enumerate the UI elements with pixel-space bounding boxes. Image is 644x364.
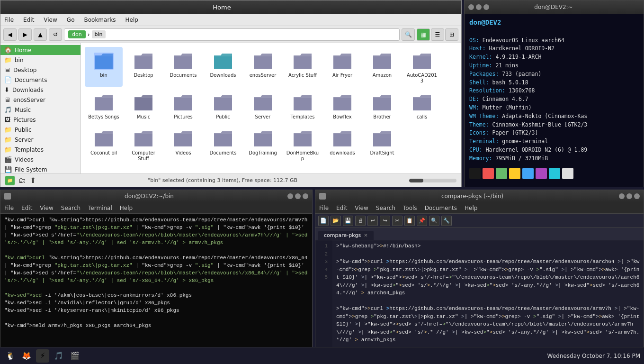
- si-minimize[interactable]: [468, 4, 474, 10]
- ed-menu-documents[interactable]: Documents: [425, 205, 457, 211]
- reload-button[interactable]: ↺: [49, 28, 62, 41]
- fm-item-air-fryer[interactable]: Air Fryer: [323, 47, 361, 87]
- term-menu-view[interactable]: View: [40, 205, 53, 211]
- fm-menu-help[interactable]: Help: [124, 16, 140, 24]
- breadcrumb-home[interactable]: don: [68, 30, 86, 38]
- fm-item-donhomebku-p[interactable]: DonHomeBku p: [284, 125, 322, 164]
- ed-new-btn[interactable]: 📄: [318, 216, 329, 226]
- taskbar-app-video[interactable]: 🎬: [68, 349, 81, 363]
- term-menu-terminal[interactable]: Terminal: [88, 205, 112, 211]
- ed-minimize[interactable]: [619, 193, 625, 199]
- grid-view-button[interactable]: ▦: [417, 28, 430, 41]
- fm-item-dogtraining[interactable]: DogTraining: [244, 125, 282, 164]
- ed-save-btn[interactable]: 💾: [343, 216, 353, 226]
- si-maximize[interactable]: [476, 4, 482, 10]
- fm-item-bettys-songs[interactable]: Bettys Songs: [85, 89, 123, 123]
- fm-item-music[interactable]: Music: [125, 89, 162, 123]
- ed-cut-btn[interactable]: ✂: [392, 216, 402, 226]
- fm-item-desktop[interactable]: Desktop: [125, 47, 162, 87]
- sidebar-item-documents[interactable]: 📄 Documents: [0, 75, 80, 85]
- ed-menu-help[interactable]: Help: [465, 205, 477, 211]
- sidebar-item-pictures[interactable]: 🖼 Pictures: [0, 115, 80, 125]
- sidebar-item-videos[interactable]: 🎬 Videos: [0, 155, 80, 164]
- fm-menu-file[interactable]: File: [2, 16, 16, 24]
- term-left-close[interactable]: [303, 193, 308, 199]
- fm-item-documents[interactable]: Documents: [204, 125, 242, 164]
- fm-menu-go[interactable]: Go: [65, 16, 77, 24]
- ed-menu-edit[interactable]: Edit: [336, 205, 347, 211]
- folder-icon: [212, 50, 234, 73]
- sidebar-item-music[interactable]: 🎵 Music: [0, 105, 80, 115]
- fm-item-pictures[interactable]: Pictures: [164, 89, 202, 123]
- term-menu-file[interactable]: File: [4, 205, 14, 211]
- ed-menu-search[interactable]: Search: [376, 205, 395, 211]
- fm-item-enosserver[interactable]: enosServer: [244, 47, 282, 87]
- ed-tools-btn[interactable]: 🔧: [441, 216, 452, 226]
- term-left-minimize[interactable]: [287, 193, 293, 199]
- fm-item-brother[interactable]: Brother: [363, 89, 401, 123]
- ed-tab-close[interactable]: ✕: [364, 233, 367, 238]
- fm-item-coconut-oil[interactable]: Coconut oil: [85, 125, 123, 164]
- fm-item-templates[interactable]: Templates: [284, 89, 322, 123]
- ed-maximize[interactable]: [626, 193, 632, 199]
- term-left-body[interactable]: "kw-cmd">curl "kw-string">https://github…: [0, 214, 312, 353]
- ed-search-btn[interactable]: 🔍: [429, 216, 439, 226]
- ed-code-area[interactable]: >"kw-shebang">>#!/bin/bash> >"kw-cmd">>c…: [332, 240, 644, 353]
- ed-open-btn[interactable]: 📂: [331, 216, 341, 226]
- breadcrumb-bin[interactable]: bin: [92, 30, 106, 38]
- fm-item-computer-stuff[interactable]: Computer Stuff: [125, 125, 162, 164]
- ed-copy-btn[interactable]: 📋: [404, 216, 415, 226]
- fm-item-bowflex[interactable]: Bowflex: [323, 89, 361, 123]
- sidebar-item-desktop[interactable]: 🖥 Desktop: [0, 65, 80, 75]
- term-left-maximize[interactable]: [295, 193, 301, 199]
- ed-menu-tools[interactable]: Tools: [403, 205, 417, 211]
- sidebar-item-home[interactable]: 🏠 Home: [0, 45, 80, 55]
- taskbar-app-terminal[interactable]: ⚡: [36, 349, 49, 363]
- fm-item-calls[interactable]: calls: [403, 89, 441, 123]
- fm-item-bin[interactable]: bin: [85, 47, 123, 87]
- term-menu-edit[interactable]: Edit: [21, 205, 32, 211]
- fm-item-server[interactable]: Server: [244, 89, 282, 123]
- compact-view-button[interactable]: ⊞: [445, 28, 458, 41]
- si-close[interactable]: [483, 4, 489, 10]
- ed-print-btn[interactable]: 🖨: [355, 216, 366, 226]
- sidebar-item-downloads[interactable]: ⬇ Downloads: [0, 85, 80, 95]
- fm-item-acrylic-stuff[interactable]: Acrylic Stuff: [284, 47, 322, 87]
- ed-menu-view[interactable]: View: [355, 205, 368, 211]
- folder-label: enosServer: [250, 73, 277, 78]
- fm-item-public[interactable]: Public: [204, 89, 242, 123]
- ed-close[interactable]: [634, 193, 640, 199]
- sidebar-item-enosserver[interactable]: 🖥 enosServer: [0, 95, 80, 105]
- fm-item-downloads[interactable]: downloads: [323, 125, 361, 164]
- ed-undo-btn[interactable]: ↩: [367, 216, 378, 226]
- fm-item-videos[interactable]: Videos: [164, 125, 202, 164]
- term-menu-help[interactable]: Help: [120, 205, 133, 211]
- ed-tab-compare-pkgs[interactable]: compare-pkgs ✕: [318, 231, 374, 240]
- taskbar-app-firefox[interactable]: 🦊: [20, 349, 33, 363]
- fm-item-documents[interactable]: Documents: [164, 47, 202, 87]
- up-button[interactable]: ▲: [34, 28, 47, 41]
- fm-menu-view[interactable]: View: [42, 16, 59, 24]
- fm-item-draftsight[interactable]: DraftSight: [363, 125, 401, 164]
- forward-button[interactable]: ▶: [18, 28, 32, 41]
- ed-redo-btn[interactable]: ↪: [380, 216, 390, 226]
- sidebar-item-templates[interactable]: 📁 Templates: [0, 145, 80, 155]
- ed-menu-file[interactable]: File: [319, 205, 329, 211]
- term-menu-search[interactable]: Search: [61, 205, 80, 211]
- fm-menu-edit[interactable]: Edit: [21, 16, 36, 24]
- public-icon: 📁: [4, 126, 12, 133]
- sidebar-item-filesystem[interactable]: 💾 File System: [0, 164, 80, 173]
- sidebar-item-bin[interactable]: 📁 bin: [0, 55, 80, 65]
- taskbar-app-linux[interactable]: 🐧: [4, 349, 17, 363]
- search-button[interactable]: 🔍: [402, 28, 415, 41]
- taskbar-app-music[interactable]: 🎵: [52, 349, 65, 363]
- ed-paste-btn[interactable]: 📌: [417, 216, 427, 226]
- fm-item-autocad201-3[interactable]: AutoCAD201 3: [403, 47, 441, 87]
- fm-item-downloads[interactable]: Downloads: [204, 47, 242, 87]
- list-view-button[interactable]: ☰: [431, 28, 444, 41]
- sidebar-item-public[interactable]: 📁 Public: [0, 125, 80, 135]
- sidebar-item-server[interactable]: 📁 Server: [0, 135, 80, 145]
- back-button[interactable]: ◀: [3, 28, 17, 41]
- fm-item-amazon[interactable]: Amazon: [363, 47, 401, 87]
- fm-menu-bookmarks[interactable]: Bookmarks: [82, 16, 117, 24]
